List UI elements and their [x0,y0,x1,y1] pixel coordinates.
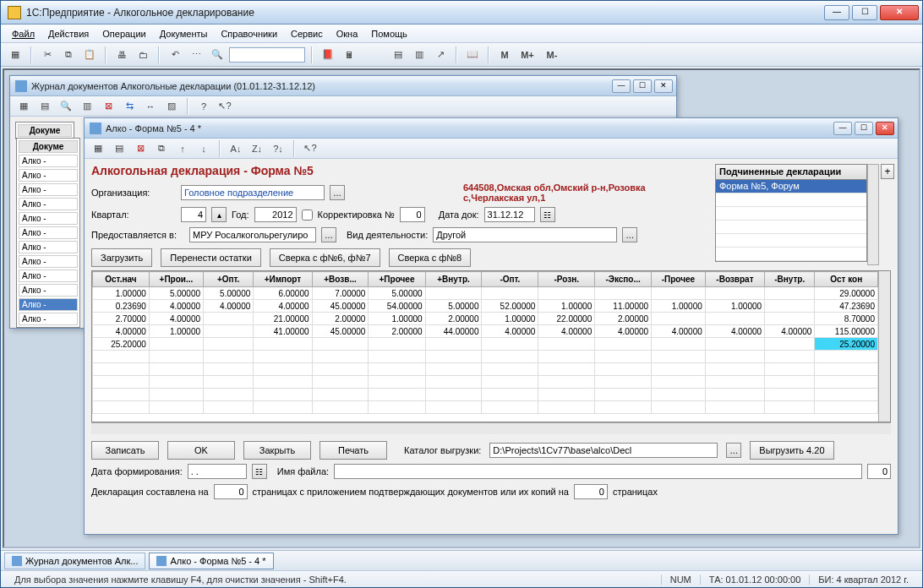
table-cell[interactable]: 4.00000 [149,300,203,313]
menu-windows[interactable]: Окна [330,27,364,41]
table-cell[interactable] [425,338,482,351]
table-cell[interactable]: 1.00000 [369,313,425,325]
table-column-header[interactable]: -Розн. [538,272,595,287]
table-cell[interactable] [652,351,706,363]
quarter-input[interactable]: 4 [181,207,206,222]
table-cell[interactable] [369,376,425,389]
table-cell[interactable] [765,287,815,300]
tb-icon[interactable]: ⇆ [120,97,139,116]
table-cell[interactable] [204,338,254,351]
journal-row[interactable]: Алко - [19,183,78,196]
journal-row[interactable]: Алко - [19,155,78,167]
close-form-button[interactable]: Закрыть [243,441,311,460]
table-cell[interactable] [765,300,815,313]
mminus-button[interactable]: M- [541,46,563,64]
sub-declarations-list[interactable]: Подчиненные декларации Форма №5, Форум [715,164,867,262]
table-cell[interactable]: 5.00000 [369,287,425,300]
table-cell[interactable] [482,376,538,389]
table-cell[interactable] [312,389,369,401]
provided-input[interactable]: МРУ Росалкогольрегулиро [189,227,316,242]
ok-button[interactable]: OK [167,441,235,460]
table-hscrollbar[interactable] [91,422,891,434]
table-cell[interactable]: 47.23690 [815,300,878,313]
table-cell[interactable] [312,363,369,376]
calendar-icon[interactable]: 🗀 [134,46,152,64]
journal-row[interactable]: Алко - [19,284,78,297]
decl-pages1-input[interactable]: 0 [214,484,248,499]
table-cell[interactable] [595,338,652,351]
table-cell[interactable] [705,363,764,376]
table-cell[interactable] [538,338,595,351]
table-cell[interactable]: 45.00000 [312,300,369,313]
check8-button[interactable]: Сверка с ф№8 [389,248,472,267]
table-cell[interactable]: 52.00000 [482,300,538,313]
table-cell[interactable] [538,389,595,401]
table-cell[interactable] [482,287,538,300]
table-cell[interactable]: 4.00000 [204,300,254,313]
check67-button[interactable]: Сверка с ф№6, ф№7 [270,248,380,267]
table-cell[interactable]: 4.00000 [652,325,706,338]
table-cell[interactable]: 2.00000 [425,313,482,325]
table-cell[interactable] [482,389,538,401]
table-cell[interactable] [595,351,652,363]
date-doc-picker[interactable]: ☷ [540,207,555,222]
upload-button[interactable]: Выгрузить 4.20 [750,441,833,460]
tb-icon[interactable]: ▦ [14,97,33,116]
table-cell[interactable] [93,363,150,376]
table-cell[interactable]: 115.00000 [815,325,878,338]
tb-icon[interactable]: ⊠ [99,97,117,116]
write-button[interactable]: Записать [91,441,159,460]
table-cell[interactable]: 1.00000 [149,325,203,338]
table-cell[interactable] [254,401,312,414]
table-cell[interactable] [254,389,312,401]
table-cell[interactable] [765,313,815,325]
tb-del-icon[interactable]: ⊠ [131,139,150,158]
table-column-header[interactable]: Ост кон [815,272,878,287]
print-icon[interactable]: 🖶 [112,46,131,64]
table-cell[interactable]: 4.00000 [595,325,652,338]
table-cell[interactable] [204,376,254,389]
table-cell[interactable] [149,376,203,389]
tb-icon[interactable]: ▤ [36,97,54,116]
table-cell[interactable]: 45.00000 [312,325,369,338]
table-cell[interactable] [765,401,815,414]
tb-down-icon[interactable]: ↓ [194,139,213,158]
minimize-button[interactable]: — [824,5,849,20]
table-cell[interactable] [595,363,652,376]
sub-decl-item[interactable] [716,248,866,261]
table-cell[interactable] [705,313,764,325]
correction-input[interactable]: 0 [400,207,425,222]
journal-close-button[interactable]: ✕ [654,79,673,93]
pointer-icon[interactable]: ↗ [431,46,450,64]
table-cell[interactable] [369,351,425,363]
table-cell[interactable]: 4.00000 [93,325,150,338]
tb-edit-icon[interactable]: ▤ [110,139,128,158]
table-cell[interactable] [652,376,706,389]
table-cell[interactable] [149,351,203,363]
table-cell[interactable] [312,351,369,363]
table-cell[interactable] [254,376,312,389]
journal-row[interactable]: Алко - [19,198,78,210]
table-cell[interactable]: 22.00000 [538,313,595,325]
table-cell[interactable] [369,389,425,401]
form-minimize-button[interactable]: — [833,122,852,135]
tb-icon[interactable]: ↖? [216,97,234,116]
table-cell[interactable] [815,351,878,363]
table-cell[interactable] [652,338,706,351]
paste-icon[interactable]: 📋 [80,46,99,64]
menu-actions[interactable]: Действия [42,27,95,41]
activity-pick-button[interactable]: … [622,227,637,242]
table-cell[interactable]: 6.00000 [254,287,312,300]
ledger2-icon[interactable]: ▥ [410,46,429,64]
table-cell[interactable] [815,389,878,401]
table-cell[interactable] [595,401,652,414]
journal-rows[interactable]: ДокумеАлко -Алко -Алко -Алко -Алко -Алко… [16,138,80,328]
table-column-header[interactable]: -Прочее [652,272,706,287]
table-cell[interactable] [254,363,312,376]
book-icon[interactable]: 📕 [319,46,337,64]
ledger1-icon[interactable]: ▤ [389,46,407,64]
table-cell[interactable] [765,351,815,363]
table-cell[interactable]: 1.00000 [538,300,595,313]
table-cell[interactable] [595,376,652,389]
table-column-header[interactable]: +Прои... [149,272,203,287]
